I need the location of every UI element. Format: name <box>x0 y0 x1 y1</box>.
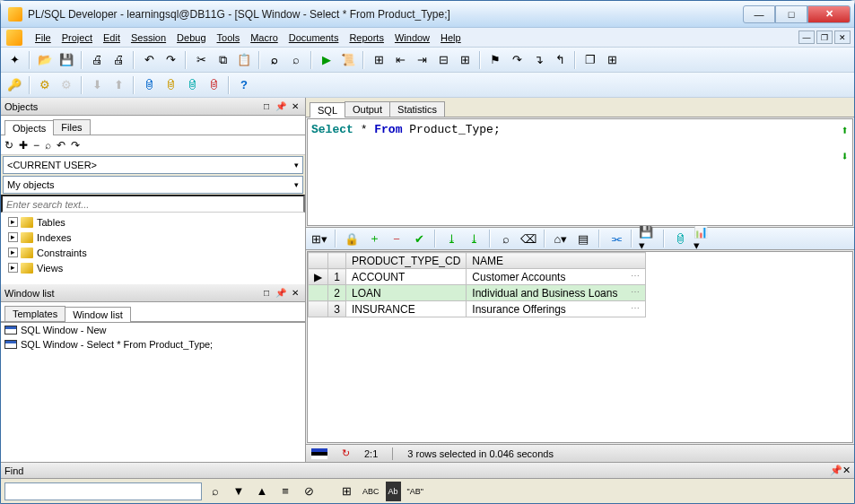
add-row-icon[interactable]: ＋ <box>364 229 384 248</box>
table-row[interactable]: ▶ 1 ACCOUNT Customer Accounts⋯ <box>309 269 646 285</box>
scope-dropdown[interactable]: My objects <box>3 176 303 194</box>
next-object-icon[interactable]: ↷ <box>71 139 80 152</box>
open-icon[interactable]: 📂 <box>35 50 55 70</box>
find-close-icon[interactable]: ✕ <box>842 465 851 476</box>
result-grid[interactable]: PRODUCT_TYPE_CD NAME ▶ 1 ACCOUNT Custome… <box>307 251 853 443</box>
lock-icon[interactable]: 🔒 <box>342 229 362 248</box>
fetch-first-icon[interactable]: ⤓ <box>441 229 461 248</box>
step-into-icon[interactable]: ↴ <box>528 50 548 70</box>
export-icon[interactable]: 💾▾ <box>638 229 658 248</box>
tab-sql[interactable]: SQL <box>310 102 345 117</box>
execute-script-icon[interactable]: 📜 <box>338 50 358 70</box>
delete-row-icon[interactable]: − <box>387 229 406 248</box>
new-icon[interactable]: ✦ <box>4 50 24 70</box>
remove-object-icon[interactable]: − <box>33 139 39 152</box>
wl-float-icon[interactable]: □ <box>260 287 273 300</box>
tree-item-constraints[interactable]: ▸Constraints <box>3 245 303 260</box>
tab-templates[interactable]: Templates <box>4 306 65 321</box>
break-icon[interactable]: ⚑ <box>485 50 505 70</box>
menu-edit[interactable]: Edit <box>98 30 126 45</box>
list-item[interactable]: SQL Window - New <box>1 323 305 337</box>
indent-left-icon[interactable]: ⇤ <box>390 50 410 70</box>
sql-editor[interactable]: Select * From Product_Type; ⬆ ⬇ <box>307 118 853 226</box>
commit-icon[interactable]: ⬇ <box>87 75 107 95</box>
db-icon[interactable]: 🛢 <box>670 229 690 248</box>
menu-project[interactable]: Project <box>57 30 98 45</box>
menu-window[interactable]: Window <box>389 30 435 45</box>
object-tree[interactable]: ▸Tables ▸Indexes ▸Constraints ▸Views <box>1 213 305 284</box>
wl-close-icon[interactable]: ✕ <box>289 287 301 300</box>
tab-windowlist[interactable]: Window list <box>65 307 131 322</box>
execute-icon[interactable]: ▶ <box>317 50 336 70</box>
db-cyan-icon[interactable]: 🛢 <box>182 75 202 95</box>
tree-item-views[interactable]: ▸Views <box>3 260 303 275</box>
menu-macro[interactable]: Macro <box>245 30 284 45</box>
minimize-button[interactable]: — <box>743 5 775 23</box>
find-regex-icon[interactable]: "AB" <box>405 482 426 501</box>
find-highlight-icon[interactable]: ≡ <box>275 482 295 501</box>
db-yellow-icon[interactable]: 🛢 <box>161 75 180 95</box>
find-clear-icon[interactable]: ⊘ <box>299 482 318 501</box>
wl-pin-icon[interactable]: 📌 <box>275 287 287 300</box>
step-out-icon[interactable]: ↰ <box>550 50 570 70</box>
db-red-icon[interactable]: 🛢 <box>204 75 223 95</box>
object-search-input[interactable] <box>1 195 305 213</box>
menu-help[interactable]: Help <box>435 30 467 45</box>
menu-tools[interactable]: Tools <box>212 30 246 45</box>
tab-statistics[interactable]: Statistics <box>389 101 445 117</box>
table-row[interactable]: 2 LOAN Individual and Business Loans⋯ <box>309 285 646 301</box>
clear-grid-icon[interactable]: ⌫ <box>519 229 538 248</box>
panel-close-icon[interactable]: ✕ <box>289 100 301 113</box>
menu-documents[interactable]: Documents <box>284 30 345 45</box>
paste-icon[interactable]: 📋 <box>234 50 254 70</box>
refresh-status-icon[interactable]: ↻ <box>342 448 350 459</box>
add-object-icon[interactable]: ✚ <box>19 139 28 152</box>
link-icon[interactable]: ⫘ <box>606 229 625 248</box>
fetch-all-icon[interactable]: ⤓ <box>464 229 484 248</box>
print-icon[interactable]: 🖨 <box>87 50 107 70</box>
single-record-icon[interactable]: ▤ <box>573 229 593 248</box>
column-header[interactable]: NAME <box>467 253 646 269</box>
menu-session[interactable]: Session <box>126 30 171 45</box>
save-icon[interactable]: 💾 <box>57 50 76 70</box>
panel-pin-icon[interactable]: 📌 <box>275 100 287 113</box>
menu-debug[interactable]: Debug <box>171 30 211 45</box>
tile-windows-icon[interactable]: ⊞ <box>602 50 622 70</box>
grid-view-icon[interactable]: ⊞▾ <box>310 229 329 248</box>
find-options-icon[interactable]: ⊞ <box>336 482 356 501</box>
help-icon[interactable]: ? <box>234 75 254 95</box>
tab-objects[interactable]: Objects <box>4 120 54 135</box>
find-icon[interactable]: ⌕ <box>265 50 284 70</box>
find-go-icon[interactable]: ⌕ <box>205 482 225 501</box>
list-item[interactable]: SQL Window - Select * From Product_Type; <box>1 337 305 352</box>
find-input[interactable] <box>4 482 202 500</box>
copy-icon[interactable]: ⧉ <box>213 50 232 70</box>
logon-icon[interactable]: 🔑 <box>4 75 24 95</box>
chart-icon[interactable]: 📊▾ <box>693 229 712 248</box>
indent-right-icon[interactable]: ⇥ <box>412 50 432 70</box>
next-sql-icon[interactable]: ⬇ <box>842 149 849 164</box>
comment-icon[interactable]: ⊟ <box>433 50 453 70</box>
mdi-minimize-button[interactable]: — <box>798 30 815 44</box>
user-dropdown[interactable]: <CURRENT USER> <box>3 156 303 174</box>
print-setup-icon[interactable]: 🖨 <box>109 50 128 70</box>
tab-output[interactable]: Output <box>345 101 390 117</box>
cut-icon[interactable]: ✂ <box>191 50 211 70</box>
uncomment-icon[interactable]: ⊞ <box>455 50 475 70</box>
find-object-icon[interactable]: ⌕ <box>45 139 51 152</box>
find-next-icon[interactable]: ⌕ <box>286 50 306 70</box>
tab-files[interactable]: Files <box>53 119 90 135</box>
find-word-icon[interactable]: Ab <box>386 482 401 501</box>
undo-icon[interactable]: ↶ <box>139 50 159 70</box>
db-blue-icon[interactable]: 🛢 <box>139 75 159 95</box>
refresh-tree-icon[interactable]: ↻ <box>4 139 13 152</box>
menu-reports[interactable]: Reports <box>344 30 389 45</box>
mdi-restore-button[interactable]: ❐ <box>816 30 833 44</box>
rollback-icon[interactable]: ⬆ <box>109 75 128 95</box>
close-button[interactable]: ✕ <box>807 5 851 23</box>
menu-file[interactable]: File <box>30 30 57 45</box>
table-row[interactable]: 3 INSURANCE Insurance Offerings⋯ <box>309 301 646 317</box>
tree-item-indexes[interactable]: ▸Indexes <box>3 230 303 245</box>
gear2-icon[interactable]: ⚙ <box>57 75 76 95</box>
post-icon[interactable]: ✔ <box>409 229 429 248</box>
